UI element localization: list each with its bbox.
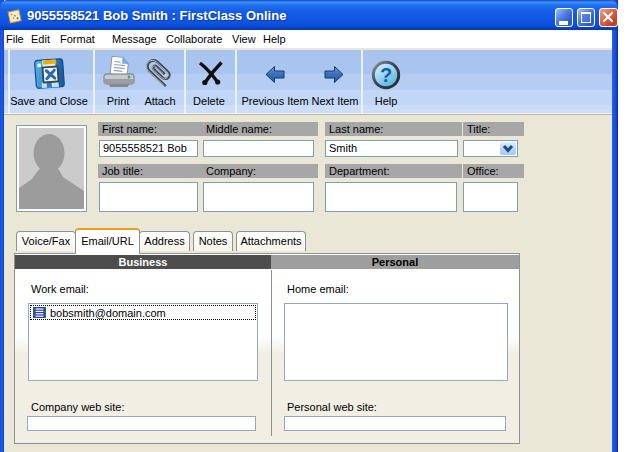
svg-text:?: ?: [380, 64, 392, 86]
